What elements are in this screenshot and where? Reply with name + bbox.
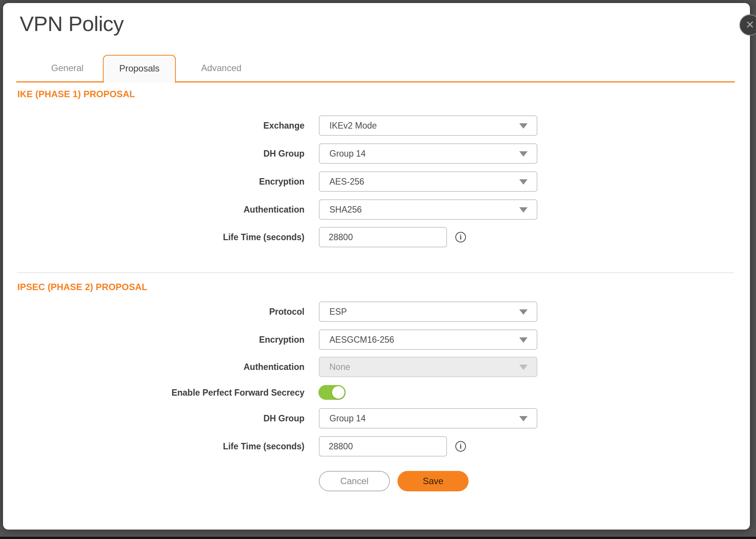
info-icon-glyph: i: [459, 443, 461, 450]
ipsec-dh-group-value: Group 14: [329, 413, 366, 424]
exchange-label: Exchange: [263, 121, 304, 131]
ipsec-encryption-select[interactable]: AESGCM16-256: [319, 329, 537, 350]
ipsec-encryption-value: AESGCM16-256: [329, 335, 394, 345]
toggle-knob: [332, 386, 345, 399]
ipsec-encryption-row: Encryption AESGCM16-256: [3, 329, 750, 350]
ipsec-authentication-row: Authentication None: [3, 357, 750, 377]
dropdown-arrow-icon: [519, 151, 528, 157]
ike-encryption-value: AES-256: [329, 177, 364, 187]
ipsec-life-time-row: Life Time (seconds) i: [3, 436, 750, 457]
ike-life-time-input[interactable]: [319, 227, 447, 247]
pfs-label: Enable Perfect Forward Secrecy: [171, 387, 304, 398]
dropdown-arrow-icon: [519, 179, 528, 185]
pfs-row: Enable Perfect Forward Secrecy: [3, 384, 750, 401]
dropdown-arrow-icon: [519, 416, 528, 421]
ike-authentication-value: SHA256: [329, 205, 362, 215]
ipsec-dh-group-label: DH Group: [263, 413, 304, 424]
pfs-toggle[interactable]: [318, 385, 346, 400]
protocol-select[interactable]: ESP: [319, 301, 537, 322]
close-icon: ✕: [745, 20, 754, 30]
dropdown-arrow-icon: [519, 207, 528, 213]
ike-life-time-row: Life Time (seconds) i: [3, 227, 750, 247]
ipsec-section-heading: IPSEC (PHASE 2) PROPOSAL: [17, 282, 147, 292]
ike-dh-group-value: Group 14: [329, 149, 366, 159]
ipsec-authentication-label: Authentication: [244, 362, 304, 372]
dropdown-arrow-icon: [519, 123, 528, 129]
tab-proposals[interactable]: Proposals: [103, 55, 176, 83]
section-divider: [17, 272, 734, 273]
tab-general[interactable]: General: [31, 55, 103, 81]
exchange-row: Exchange IKEv2 Mode: [3, 115, 750, 136]
ike-encryption-label: Encryption: [259, 177, 304, 187]
protocol-row: Protocol ESP: [3, 301, 750, 322]
info-icon-glyph: i: [459, 233, 461, 241]
backdrop-bottom-strip: [0, 537, 756, 539]
exchange-select[interactable]: IKEv2 Mode: [319, 115, 537, 136]
ike-encryption-select[interactable]: AES-256: [319, 171, 537, 192]
ike-authentication-row: Authentication SHA256: [3, 199, 750, 220]
ipsec-authentication-select-disabled: None: [319, 357, 537, 377]
ike-encryption-row: Encryption AES-256: [3, 171, 750, 192]
ike-section-heading: IKE (PHASE 1) PROPOSAL: [17, 89, 135, 99]
info-icon[interactable]: i: [455, 441, 466, 452]
cancel-button[interactable]: Cancel: [319, 471, 390, 491]
ike-authentication-select[interactable]: SHA256: [319, 199, 537, 220]
ike-life-time-label: Life Time (seconds): [223, 232, 304, 242]
ike-dh-group-select[interactable]: Group 14: [319, 143, 537, 164]
ipsec-dh-group-select[interactable]: Group 14: [319, 408, 537, 429]
dropdown-arrow-icon: [519, 365, 528, 370]
dropdown-arrow-icon: [519, 309, 528, 315]
ike-authentication-label: Authentication: [244, 205, 304, 215]
save-button[interactable]: Save: [397, 471, 469, 491]
ipsec-life-time-label: Life Time (seconds): [223, 441, 304, 452]
tab-advanced[interactable]: Advanced: [183, 55, 259, 81]
dropdown-arrow-icon: [519, 337, 528, 343]
ipsec-life-time-input[interactable]: [319, 436, 447, 457]
protocol-value: ESP: [329, 307, 347, 317]
vpn-policy-dialog: VPN Policy ✕ General Proposals Advanced …: [3, 3, 750, 530]
protocol-label: Protocol: [269, 307, 304, 317]
exchange-value: IKEv2 Mode: [329, 121, 377, 131]
ipsec-encryption-label: Encryption: [259, 335, 304, 345]
ike-dh-group-row: DH Group Group 14: [3, 143, 750, 164]
close-button[interactable]: ✕: [739, 14, 756, 36]
ipsec-dh-group-row: DH Group Group 14: [3, 408, 750, 429]
ipsec-authentication-value: None: [329, 362, 350, 372]
page-title: VPN Policy: [20, 11, 124, 36]
ike-dh-group-label: DH Group: [263, 149, 304, 159]
info-icon[interactable]: i: [455, 232, 466, 242]
